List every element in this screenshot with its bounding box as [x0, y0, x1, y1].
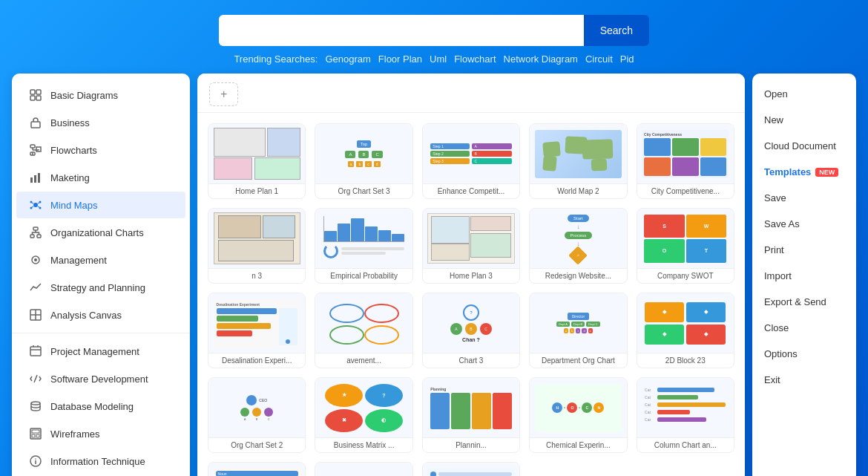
right-item-templates[interactable]: Templates NEW	[752, 159, 856, 185]
template-thumb	[423, 209, 519, 268]
template-label: Home Plan 3	[423, 268, 519, 283]
svg-rect-21	[30, 235, 34, 238]
right-item-new[interactable]: New	[752, 107, 856, 133]
sidebar-item-business[interactable]: Business	[16, 109, 185, 136]
sidebar-item-management[interactable]: Management	[16, 247, 185, 273]
sidebar-item-database[interactable]: Database Modeling	[16, 393, 185, 420]
right-item-exit[interactable]: Exit	[752, 367, 856, 393]
template-chemical[interactable]: H O C N Chemical Experin...	[529, 377, 627, 453]
template-empirical[interactable]: Empirical Probability	[315, 208, 412, 284]
right-item-print[interactable]: Print	[752, 237, 856, 263]
template-thumb	[315, 209, 412, 268]
right-item-save-as[interactable]: Save As	[752, 211, 856, 237]
print-label: Print	[764, 244, 784, 255]
sidebar-label-business: Business	[50, 117, 90, 128]
templates-label: Templates	[764, 166, 811, 177]
cloud-doc-label: Cloud Document	[764, 140, 836, 151]
svg-rect-37	[36, 434, 39, 437]
trending-uml[interactable]: Uml	[430, 53, 447, 65]
svg-point-11	[33, 203, 38, 207]
sidebar-item-basic-diagrams[interactable]: Basic Diagrams	[16, 82, 185, 108]
template-life-plan[interactable]: Life Plan	[422, 462, 520, 476]
search-input[interactable]	[219, 15, 584, 46]
right-item-options[interactable]: Options	[752, 341, 856, 367]
template-label: Desalination Experi...	[208, 353, 305, 368]
template-enhance[interactable]: Step 1 Step 2 Step 3 A B C Enhance Compe…	[422, 123, 520, 199]
sidebar-item-wireframes[interactable]: Wireframes	[16, 420, 185, 447]
template-chart-3[interactable]: ? A B C Chan ? Chart 3	[422, 293, 520, 368]
template-planning[interactable]: Planning Plannin...	[422, 377, 520, 453]
close-label: Close	[764, 322, 789, 333]
template-thumb	[423, 463, 519, 476]
template-english[interactable]: Noun English Part Of Sp...	[208, 462, 306, 476]
right-item-close[interactable]: Close	[752, 315, 856, 341]
template-improve[interactable]: avement...	[315, 293, 412, 368]
sidebar-label-mind-maps: Mind Maps	[50, 200, 98, 211]
template-label: n 3	[208, 268, 305, 283]
sidebar-item-mind-maps[interactable]: Mind Maps	[16, 192, 185, 218]
sidebar-item-flowcharts[interactable]: Flowcharts	[16, 137, 185, 163]
options-label: Options	[764, 348, 798, 359]
sidebar-item-info-technique[interactable]: Information Technique	[16, 448, 185, 475]
mindmap-icon	[28, 198, 43, 212]
template-2d-block[interactable]: ◆ ◆ ◆ ◆ 2D Block 23	[637, 293, 734, 368]
template-thumb: Noun	[208, 463, 305, 476]
template-world-map-2[interactable]: World Map 2	[529, 123, 627, 199]
trending-flowchart[interactable]: Flowchart	[454, 53, 496, 65]
right-item-import[interactable]: Import	[752, 263, 856, 289]
template-swot[interactable]: S W O T Company SWOT	[637, 208, 734, 284]
sidebar-item-org-charts[interactable]: Organizational Charts	[16, 219, 185, 246]
template-label: Column Chart an...	[637, 437, 734, 452]
right-item-save[interactable]: Save	[752, 185, 856, 211]
trending-floor-plan[interactable]: Floor Plan	[378, 53, 422, 65]
sidebar-item-maketing[interactable]: Maketing	[16, 164, 185, 191]
strategy-icon	[28, 280, 43, 295]
template-redesign[interactable]: Start ↓ Process ↓ ? Redesign Website...	[529, 208, 627, 284]
template-label: World Map 2	[530, 183, 626, 198]
trending-network-diagram[interactable]: Network Diagram	[504, 53, 578, 65]
template-home-plan-1[interactable]: Home Plan 1	[208, 123, 306, 199]
template-thumb: H O C N	[530, 378, 626, 437]
svg-rect-4	[31, 122, 40, 128]
trending-pid[interactable]: Pid	[620, 53, 634, 65]
template-thumb: Top A B C a b c d	[315, 124, 412, 183]
sidebar-item-software-dev[interactable]: Software Development	[16, 365, 185, 392]
svg-point-40	[35, 458, 36, 460]
new-button[interactable]: +	[209, 82, 238, 106]
right-item-export[interactable]: Export & Send	[752, 289, 856, 315]
svg-line-16	[32, 203, 33, 203]
template-matrix[interactable]: ★ ? ✖ ◐ Business Matrix ...	[315, 377, 412, 453]
template-thumb: ◆ ◆ ◆ ◆	[637, 293, 734, 353]
template-home-plan-3[interactable]: Home Plan 3	[422, 208, 520, 284]
templates-header: +	[197, 74, 745, 113]
sidebar-item-analysis[interactable]: Analysis Canvas	[16, 301, 185, 328]
template-thumb: Desalination Experiment	[208, 293, 305, 353]
sidebar-item-strategy[interactable]: Strategy and Planning	[16, 274, 185, 301]
template-n3[interactable]: n 3	[208, 208, 306, 284]
right-item-open[interactable]: Open	[752, 81, 856, 107]
template-thumb	[208, 124, 305, 183]
template-desalination[interactable]: Desalination Experiment	[208, 293, 306, 368]
template-org-set-2[interactable]: CEO A B	[208, 377, 306, 453]
trending-circuit[interactable]: Circuit	[585, 53, 613, 65]
right-item-cloud-doc[interactable]: Cloud Document	[752, 133, 856, 159]
grid-icon	[28, 88, 43, 102]
template-flowchart-sample[interactable]: Flowchart Sample	[315, 462, 412, 476]
sidebar-item-project-mgmt[interactable]: Project Management	[16, 338, 185, 365]
sidebar-label-strategy: Strategy and Planning	[50, 282, 145, 293]
template-thumb: CEO A B	[208, 378, 305, 437]
svg-rect-36	[32, 434, 35, 437]
template-org-chart-3[interactable]: Top A B C a b c d Org	[315, 123, 412, 199]
sidebar-label-database: Database Modeling	[50, 401, 134, 412]
template-label: avement...	[315, 353, 412, 368]
template-column-chart[interactable]: Cat Cat Cat Cat	[637, 377, 734, 453]
sidebar-label-management: Management	[50, 255, 107, 266]
template-label: Department Org Chart	[530, 353, 626, 368]
search-button[interactable]: Search	[584, 15, 649, 46]
trending-row: Trending Searches: Genogram Floor Plan U…	[234, 53, 634, 65]
template-dept-org[interactable]: Director Dept A Dept B Dept C a b c d e	[529, 293, 627, 368]
template-thumb: Director Dept A Dept B Dept C a b c d e	[530, 293, 626, 353]
template-thumb: City Competitiveness	[637, 124, 734, 183]
trending-genogram[interactable]: Genogram	[325, 53, 370, 65]
template-city-dashboard[interactable]: City Competitiveness City Comp	[637, 123, 734, 199]
